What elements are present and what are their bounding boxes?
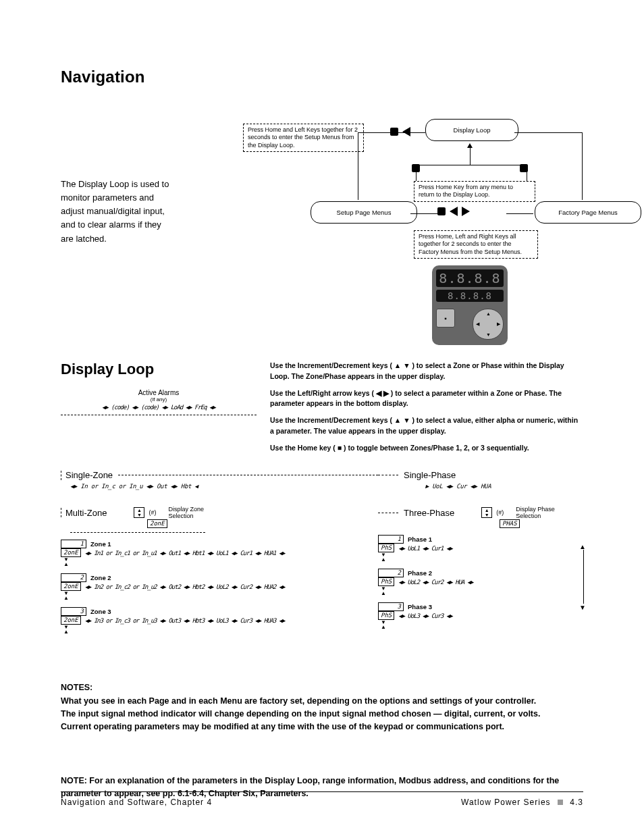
phase-row-1: 1Phase 1PhS◀▶ UoL1 ◀▶ Cur1 ◀▶▼▲ <box>378 535 583 562</box>
box-factory: Factory Page Menus <box>535 201 641 224</box>
instruction-3: Use the Increment/Decrement keys ( ▲ ▼ )… <box>270 415 583 437</box>
note-box-2: Press Home Key from any menu to return t… <box>414 181 535 202</box>
lower-diagram: Single-Zone ◀▶ In or In_c or In_u ◀▶ Out… <box>61 469 583 634</box>
updown-icon: ▲▼ <box>481 507 492 518</box>
seg-number: 2 <box>61 573 86 582</box>
instruction-2: Use the Left/Right arrow keys ( ◀ ▶ ) to… <box>270 388 583 410</box>
zone-row-1: 1Zone 12onE◀▶ In1 or In_c1 or In_u1 ◀▶ O… <box>61 540 378 567</box>
active-alarms-sub: (if any) <box>61 396 257 402</box>
zone-row-3: 3Zone 32onE◀▶ In3 or In_c3 or In_u3 ◀▶ O… <box>61 607 378 634</box>
seg-number: 1 <box>61 540 86 548</box>
row-label: Phase 2 <box>408 569 432 577</box>
phase-seg: PHAS <box>500 519 520 528</box>
active-alarms-row: ◀▶ (code) ◀▶ (code) ◀▶ LoAd ◀▶ FrEq ◀▶ <box>61 404 257 411</box>
param-row: ◀▶ In3 or In_c3 or In_u3 ◀▶ Out3 ◀▶ Hbt3… <box>85 617 285 624</box>
instruction-1: Use the Increment/Decrement keys ( ▲ ▼ )… <box>270 361 583 382</box>
param-row: ◀▶ UoL3 ◀▶ Cur3 ◀▶ <box>398 613 452 619</box>
note-line-3: Current operating parameters may be modi… <box>61 721 583 733</box>
row-label: Zone 1 <box>90 540 111 548</box>
updown-icon: ▼▲ <box>381 620 583 629</box>
label-single-zone: Single-Zone <box>65 470 113 480</box>
active-alarms-title: Active Alarms <box>61 389 257 396</box>
row-label: Phase 3 <box>408 603 432 610</box>
footer-page: 4.3 <box>570 798 583 807</box>
device-upper-display: 8.8.8.8 <box>436 269 504 287</box>
note-box-3: Press Home, Left and Right Keys all toge… <box>414 230 538 259</box>
display-phase-sel: Display Phase Selection <box>516 506 555 519</box>
note-line-2: The input signal method indicator will c… <box>61 708 583 721</box>
intro-text: The Display Loop is used to monitor para… <box>61 178 176 350</box>
label-multi-zone: Multi-Zone <box>65 508 107 518</box>
zone-seg: 2onE <box>147 519 167 528</box>
device-home-key: ▪ <box>436 309 455 328</box>
note-line-1: What you see in each Page and in each Me… <box>61 695 583 708</box>
instruction-4: Use the Home key ( ■ ) to toggle between… <box>270 443 583 454</box>
box-setup: Setup Page Menus <box>311 201 417 224</box>
page: Navigation The Display Loop is used to m… <box>0 0 644 834</box>
note-box-1: Press Home and Left Keys together for 2 … <box>243 124 364 152</box>
keys-home-lr <box>437 207 470 216</box>
device-lower-display: 8.8.8.8 <box>436 290 504 302</box>
instructions: Use the Increment/Decrement keys ( ▲ ▼ )… <box>270 361 583 459</box>
updown-icon: ▼▲ <box>63 591 378 600</box>
footer-left: Navigation and Software, Chapter 4 <box>61 798 212 807</box>
display-zone-sel: Display Zone Selection <box>168 506 204 519</box>
row-label: Phase 1 <box>408 536 432 543</box>
footer: Navigation and Software, Chapter 4 Watlo… <box>61 791 583 807</box>
seg-number: 1 <box>378 535 404 544</box>
updown-icon: ▼▲ <box>63 625 378 634</box>
heading-display-loop: Display Loop <box>61 361 257 378</box>
param-row: ◀▶ In2 or In_c2 or In_u2 ◀▶ Out2 ◀▶ Hbt2… <box>85 583 285 590</box>
param-row: ◀▶ UoL2 ◀▶ Cur2 ◀▶ HUA ◀▶ <box>398 579 473 585</box>
single-zone-params: ◀▶ In or In_c or In_u ◀▶ Out ◀▶ Hbt ◀ <box>70 483 378 490</box>
heading-navigation: Navigation <box>61 68 583 86</box>
single-phase-params: ▶ UoL ◀▶ Cur ◀▶ HUA <box>425 483 583 490</box>
updown-icon: ▼▲ <box>381 552 583 562</box>
updown-icon: ▲▼ <box>134 507 144 518</box>
display-loop-section: Display Loop Active Alarms (if any) ◀▶ (… <box>61 361 583 459</box>
top-block: The Display Loop is used to monitor para… <box>61 107 583 350</box>
row-label: Zone 3 <box>90 608 111 615</box>
label-three-phase: Three-Phase <box>404 508 454 518</box>
nav-diagram: Press Home and Left Keys together for 2 … <box>176 107 583 350</box>
keys-home-left <box>390 127 410 136</box>
phase-row-2: 2Phase 2PhS◀▶ UoL2 ◀▶ Cur2 ◀▶ HUA ◀▶▼▲ <box>378 569 583 596</box>
device-dpad: ▲ ▼ ◀ ▶ <box>473 309 504 340</box>
notes-block: NOTES: What you see in each Page and in … <box>61 681 583 734</box>
updown-icon: ▼▲ <box>63 557 378 567</box>
label-single-phase: Single-Phase <box>404 470 456 480</box>
active-alarms-block: Active Alarms (if any) ◀▶ (code) ◀▶ (cod… <box>61 389 257 415</box>
down-arrow-icon: ▼ <box>579 604 586 611</box>
footer-right: Watlow Power Series <box>461 798 551 807</box>
box-display-loop: Display Loop <box>425 119 518 141</box>
footer-box-icon <box>558 800 563 805</box>
param-row: ◀▶ UoL1 ◀▶ Cur1 ◀▶ <box>398 545 452 552</box>
seg-number: 3 <box>378 602 404 611</box>
row-label: Zone 2 <box>90 574 111 581</box>
zone-row-2: 2Zone 22onE◀▶ In2 or In_c2 or In_u2 ◀▶ O… <box>61 573 378 600</box>
param-row: ◀▶ In1 or In_c1 or In_u1 ◀▶ Out1 ◀▶ Hbt1… <box>85 550 285 556</box>
seg-number: 3 <box>61 607 86 616</box>
device-illustration: 8.8.8.8 8.8.8.8 ▪ ▲ ▼ ◀ ▶ <box>432 265 508 345</box>
phase-row-3: 3Phase 3PhS◀▶ UoL3 ◀▶ Cur3 ◀▶▼▲ <box>378 602 583 629</box>
updown-icon: ▼▲ <box>381 586 583 596</box>
seg-number: 2 <box>378 569 404 577</box>
notes-heading: NOTES: <box>61 681 583 694</box>
